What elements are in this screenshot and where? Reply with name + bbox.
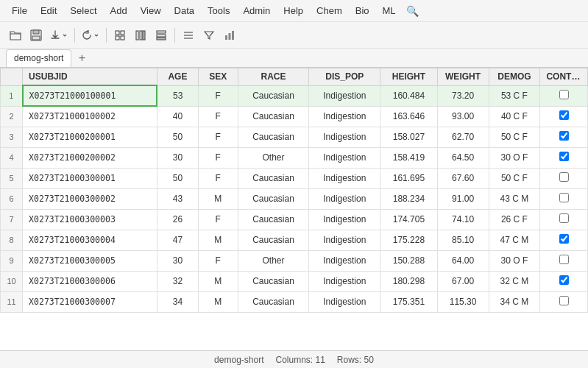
control-checkbox[interactable] — [559, 172, 569, 182]
search-icon[interactable]: 🔍 — [406, 5, 419, 17]
save-icon — [30, 29, 42, 41]
cell-usubjid[interactable]: X0273T21000100002 — [23, 106, 157, 127]
cell-control[interactable] — [540, 291, 588, 312]
control-checkbox[interactable] — [559, 131, 569, 141]
menu-tools[interactable]: Tools — [202, 4, 235, 18]
cell-dis-pop: Indigestion — [309, 291, 380, 312]
download-button[interactable] — [47, 26, 71, 45]
menu-edit[interactable]: Edit — [35, 4, 63, 18]
cell-control[interactable] — [540, 188, 588, 209]
cell-control[interactable] — [540, 271, 588, 291]
table-row[interactable]: 6X0273T2100030000243MCaucasianIndigestio… — [1, 188, 588, 209]
table-row[interactable]: 2X0273T2100010000240FCaucasianIndigestio… — [1, 106, 588, 127]
cell-usubjid[interactable]: X0273T21000300001 — [23, 168, 157, 188]
table-row[interactable]: 5X0273T2100030000150FCaucasianIndigestio… — [1, 168, 588, 188]
refresh-button[interactable] — [79, 26, 102, 45]
cell-usubjid[interactable]: X0273T21000300004 — [23, 230, 157, 250]
table-row[interactable]: 3X0273T2100020000150FCaucasianIndigestio… — [1, 127, 588, 147]
cell-control[interactable] — [540, 85, 588, 106]
cell-sex: M — [198, 271, 238, 291]
col-age[interactable]: AGE — [157, 68, 198, 86]
chart-button[interactable] — [220, 26, 239, 45]
table-row[interactable]: 11X0273T2100030000734MCaucasianIndigesti… — [1, 291, 588, 312]
cell-weight: 74.10 — [437, 209, 489, 230]
control-checkbox[interactable] — [559, 90, 569, 99]
cell-control[interactable] — [540, 106, 588, 127]
list-view-button[interactable] — [179, 26, 198, 45]
cell-demog: 30 O F — [489, 250, 540, 271]
table-container[interactable]: USUBJID AGE SEX RACE DIS_POP HEIGHT WEIG… — [0, 68, 588, 350]
menu-ml[interactable]: ML — [377, 4, 402, 18]
col-height[interactable]: HEIGHT — [380, 68, 437, 86]
cell-usubjid[interactable]: X0273T21000100001 — [23, 85, 157, 106]
menu-help[interactable]: Help — [277, 4, 309, 18]
table-row[interactable]: 7X0273T2100030000326FCaucasianIndigestio… — [1, 209, 588, 230]
cell-height: 160.484 — [380, 85, 437, 106]
cell-control[interactable] — [540, 147, 588, 168]
cell-weight: 91.00 — [437, 188, 489, 209]
cell-race: Other — [238, 250, 309, 271]
menu-bio[interactable]: Bio — [350, 4, 375, 18]
menu-data[interactable]: Data — [169, 4, 200, 18]
cell-control[interactable] — [540, 250, 588, 271]
menu-add[interactable]: Add — [105, 4, 133, 18]
cell-control[interactable] — [540, 168, 588, 188]
col-rownum — [1, 68, 23, 86]
col-control[interactable]: CONTROL — [540, 68, 588, 86]
cell-usubjid[interactable]: X0273T21000300005 — [23, 250, 157, 271]
cell-weight: 67.60 — [437, 168, 489, 188]
control-checkbox[interactable] — [559, 234, 569, 244]
menu-view[interactable]: View — [135, 4, 167, 18]
cell-usubjid[interactable]: X0273T21000300002 — [23, 188, 157, 209]
table-row[interactable]: 1X0273T2100010000153FCaucasianIndigestio… — [1, 85, 588, 106]
cell-usubjid[interactable]: X0273T21000200002 — [23, 147, 157, 168]
view-grid-button[interactable] — [110, 26, 130, 45]
control-checkbox[interactable] — [559, 296, 569, 305]
col-weight[interactable]: WEIGHT — [437, 68, 489, 86]
control-checkbox[interactable] — [559, 275, 569, 285]
col-race[interactable]: RACE — [238, 68, 309, 86]
menu-file[interactable]: File — [6, 4, 33, 18]
col-dis-pop[interactable]: DIS_POP — [309, 68, 380, 86]
menu-chem[interactable]: Chem — [311, 4, 348, 18]
cell-usubjid[interactable]: X0273T21000300003 — [23, 209, 157, 230]
control-checkbox[interactable] — [559, 110, 569, 120]
control-checkbox[interactable] — [559, 255, 569, 264]
cell-control[interactable] — [540, 230, 588, 250]
tabbar: demog-short + — [0, 49, 588, 68]
status-rows: Rows: 50 — [337, 355, 374, 365]
tab-add-button[interactable]: + — [74, 51, 89, 66]
view-rows-button[interactable] — [152, 26, 171, 45]
control-checkbox[interactable] — [559, 193, 569, 202]
cell-usubjid[interactable]: X0273T21000300007 — [23, 291, 157, 312]
tab-demog-short[interactable]: demog-short — [6, 49, 71, 67]
save-button[interactable] — [26, 26, 46, 45]
open-folder-button[interactable] — [6, 26, 25, 45]
table-row[interactable]: 4X0273T2100020000230FOtherIndigestion158… — [1, 147, 588, 168]
col-usubjid[interactable]: USUBJID — [23, 68, 157, 86]
filter-button[interactable] — [199, 26, 219, 45]
control-checkbox[interactable] — [559, 152, 569, 161]
cell-weight: 85.10 — [437, 230, 489, 250]
col-demog[interactable]: DEMOG — [489, 68, 540, 86]
cell-control[interactable] — [540, 209, 588, 230]
cell-sex: F — [198, 106, 238, 127]
view-columns-button[interactable] — [131, 26, 150, 45]
cell-age: 47 — [157, 230, 198, 250]
cell-race: Caucasian — [238, 209, 309, 230]
cell-rownum: 9 — [1, 250, 23, 271]
cell-usubjid[interactable]: X0273T21000300006 — [23, 271, 157, 291]
cell-control[interactable] — [540, 127, 588, 147]
cell-usubjid[interactable]: X0273T21000200001 — [23, 127, 157, 147]
cell-race: Caucasian — [238, 106, 309, 127]
menu-admin[interactable]: Admin — [237, 4, 276, 18]
menu-select[interactable]: Select — [64, 4, 102, 18]
statusbar: demog-short Columns: 11 Rows: 50 — [0, 350, 588, 368]
cell-dis-pop: Indigestion — [309, 188, 380, 209]
table-row[interactable]: 8X0273T2100030000447MCaucasianIndigestio… — [1, 230, 588, 250]
table-row[interactable]: 10X0273T2100030000632MCaucasianIndigesti… — [1, 271, 588, 291]
cell-weight: 67.00 — [437, 271, 489, 291]
col-sex[interactable]: SEX — [198, 68, 238, 86]
table-row[interactable]: 9X0273T2100030000530FOtherIndigestion150… — [1, 250, 588, 271]
control-checkbox[interactable] — [559, 213, 569, 223]
